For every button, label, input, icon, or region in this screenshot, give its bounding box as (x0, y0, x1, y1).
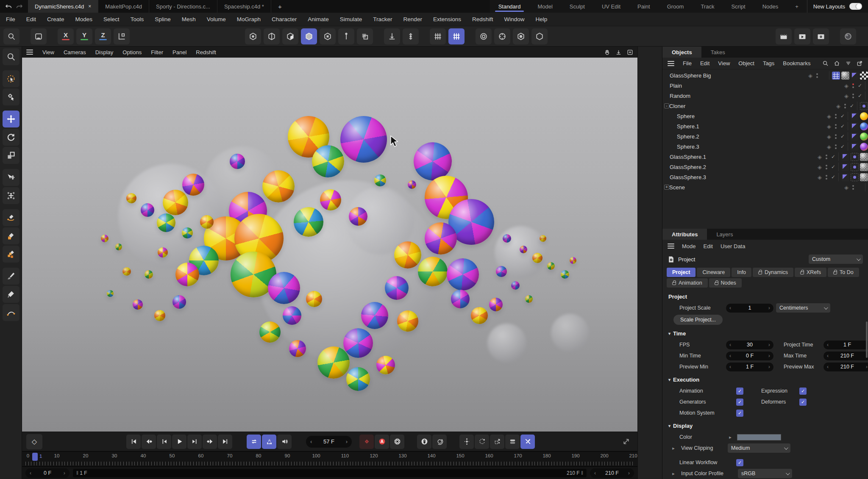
tree-row-plain[interactable]: Plain◈✓ (662, 80, 868, 91)
objects-menu-view[interactable]: View (718, 60, 730, 66)
layout-tab-sculpt[interactable]: Sculpt (561, 0, 593, 13)
material-thumbnail[interactable] (860, 133, 868, 141)
editor-visibility-dot[interactable] (835, 144, 837, 146)
visibility-dots[interactable] (833, 144, 838, 149)
layer-stack-icon[interactable]: ◈ (825, 113, 833, 119)
rotation-keys-button[interactable] (475, 435, 489, 449)
dynamic-grid-button[interactable] (448, 28, 465, 44)
tree-row-sphere-3[interactable]: Sphere.3◈✓ (662, 141, 868, 152)
linear-workflow-checkbox[interactable]: ✓ (736, 459, 743, 466)
menu-spline[interactable]: Spline (155, 16, 171, 22)
go-to-end-button[interactable] (218, 435, 232, 449)
render-visibility-dot[interactable] (844, 107, 846, 108)
range-start-inc-icon[interactable]: › (64, 470, 65, 476)
search-icon[interactable] (822, 60, 829, 66)
glass-tag[interactable] (860, 153, 868, 161)
menu-file[interactable]: File (6, 16, 15, 22)
phong-tag[interactable] (841, 153, 849, 161)
objects-menu-tags[interactable]: Tags (763, 60, 774, 66)
phong-tag[interactable] (851, 72, 859, 80)
viewport-menu-panel[interactable]: Panel (172, 49, 186, 55)
model-mode-button[interactable] (301, 28, 317, 44)
redo-icon[interactable] (16, 3, 23, 10)
editor-visibility-dot[interactable] (852, 185, 854, 187)
enabled-check-icon[interactable]: ✓ (856, 83, 864, 89)
previous-key-button[interactable] (142, 435, 156, 449)
axis-lock-z-button[interactable]: Z (95, 28, 111, 44)
tree-row-cloner[interactable]: -Cloner◈✓ (662, 101, 868, 111)
attribute-tab-cineware[interactable]: Cineware (697, 268, 730, 277)
layer-stack-icon[interactable]: ◈ (825, 123, 833, 130)
layer-stack-icon[interactable]: ◈ (842, 83, 851, 89)
enabled-check-icon[interactable]: ✓ (838, 113, 847, 119)
tree-row-glasssphere-1[interactable]: GlassSphere.1◈✓ (662, 152, 868, 162)
polygons-mode-button[interactable] (282, 28, 298, 44)
layout-tab-track[interactable]: Track (692, 0, 723, 13)
input-profile-expand-icon[interactable]: ▸ (669, 471, 678, 476)
axis-mode-button[interactable] (338, 28, 354, 44)
layer-stack-icon[interactable]: ◈ (806, 72, 815, 79)
scale-project-button[interactable]: Scale Project... (673, 315, 723, 325)
pen-b-tool[interactable] (3, 286, 19, 303)
input-color-profile-dropdown[interactable]: sRGB (738, 469, 792, 478)
pan-hand-icon[interactable] (604, 49, 610, 55)
autokey-a-button[interactable]: A (375, 435, 389, 449)
project-scale-unit-dropdown[interactable]: Centimeters (776, 303, 830, 313)
tree-row-scene[interactable]: +Scene◈ (662, 182, 868, 192)
viewport-menu-view[interactable]: View (42, 49, 54, 55)
editor-visibility-dot[interactable] (852, 83, 854, 85)
menu-tools[interactable]: Tools (131, 16, 144, 22)
axis-lock-x-button[interactable]: X (58, 28, 74, 44)
max-time-field[interactable]: ‹210 F› (823, 352, 868, 360)
menu-tracker[interactable]: Tracker (373, 16, 392, 22)
tree-row-glasssphere-3[interactable]: GlassSphere.3◈✓ (662, 172, 868, 182)
scale-tool[interactable] (3, 147, 19, 164)
visibility-dots[interactable] (833, 114, 838, 119)
keyframe-settings-button[interactable] (390, 435, 404, 449)
visibility-dots[interactable] (824, 165, 829, 169)
doc-tab[interactable]: Sporty - Directions.c... (149, 0, 217, 13)
attribute-tab-animation[interactable]: Animation (667, 278, 708, 288)
tab-layers[interactable]: Layers (707, 229, 742, 240)
render-view-button[interactable] (776, 28, 792, 44)
mouse-record-button[interactable] (417, 435, 431, 449)
display-section-header[interactable]: ▾ Display (668, 418, 862, 432)
enabled-check-icon[interactable]: ✓ (856, 93, 864, 99)
attribute-tab-to-do[interactable]: To Do (828, 268, 859, 277)
attribute-tab-info[interactable]: Info (732, 268, 751, 277)
paint-off-button[interactable] (520, 435, 535, 449)
layout-tab-paint[interactable]: Paint (629, 0, 659, 13)
bricks-tag[interactable] (832, 72, 840, 80)
phong-tag[interactable] (851, 133, 859, 141)
chip-tag[interactable] (860, 102, 868, 110)
menu-mesh[interactable]: Mesh (182, 16, 196, 22)
pen-tool[interactable] (3, 209, 19, 226)
doc-tab[interactable]: Spaceship.c4d * (217, 0, 271, 13)
phong-tag[interactable] (851, 143, 859, 151)
render-visibility-dot[interactable] (852, 86, 854, 88)
render-visibility-dot[interactable] (835, 117, 837, 119)
render-visibility-dot[interactable] (835, 147, 837, 149)
attributes-menu-edit[interactable]: Edit (704, 243, 713, 249)
sketch-tool[interactable] (3, 227, 19, 244)
render-visibility-dot[interactable] (826, 158, 827, 159)
viewport-menu-redshift[interactable]: Redshift (196, 49, 216, 55)
attributes-menu-user-data[interactable]: User Data (721, 243, 746, 249)
scatter-tool[interactable] (3, 187, 19, 204)
tree-row-sphere-1[interactable]: Sphere.1◈✓ (662, 121, 868, 131)
attribute-tab-project[interactable]: Project (667, 268, 696, 277)
editor-visibility-dot[interactable] (844, 104, 846, 105)
viewport-menu-options[interactable]: Options (122, 49, 142, 55)
menu-mograph[interactable]: MoGraph (237, 16, 261, 22)
scale-keys-button[interactable] (490, 435, 504, 449)
enabled-check-icon[interactable]: ✓ (829, 164, 837, 170)
material-thumbnail[interactable] (860, 143, 868, 151)
enabled-check-icon[interactable]: ✓ (838, 133, 847, 139)
range-start-dec-icon[interactable]: ‹ (30, 470, 31, 476)
live-selection-tool[interactable] (3, 70, 19, 87)
layer-stack-icon[interactable]: ◈ (815, 164, 824, 170)
current-frame-field[interactable]: ‹ 57 F › (306, 436, 352, 448)
tab-takes[interactable]: Takes (701, 47, 734, 58)
render-visibility-dot[interactable] (826, 168, 827, 169)
home-icon[interactable] (834, 60, 840, 66)
